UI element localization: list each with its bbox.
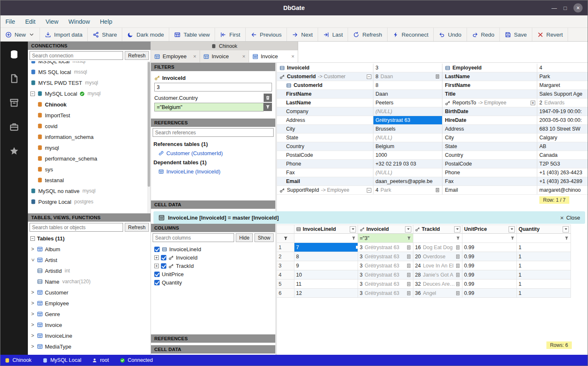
filter-menu-button[interactable] bbox=[264, 103, 272, 111]
field-name-cell[interactable]: FirstName bbox=[442, 81, 537, 89]
grid-cell[interactable]: 8 bbox=[294, 252, 358, 261]
expand-box-icon[interactable]: + bbox=[154, 264, 159, 268]
field-name-cell[interactable]: FirstName bbox=[277, 90, 373, 98]
field-name-cell[interactable]: PostalCode bbox=[442, 160, 537, 168]
open-record-icon[interactable] bbox=[455, 254, 460, 259]
field-value-cell[interactable]: (NULL) bbox=[373, 134, 442, 142]
field-value-cell[interactable]: 1000 bbox=[373, 151, 442, 159]
collapse-toggle[interactable]: − bbox=[367, 188, 371, 193]
show-columns-button[interactable]: Show bbox=[254, 233, 274, 242]
remove-filter-button[interactable] bbox=[264, 94, 272, 102]
grid-column-header[interactable]: TrackId bbox=[413, 225, 462, 234]
hide-columns-button[interactable]: Hide bbox=[236, 233, 253, 242]
field-name-cell[interactable]: LastName bbox=[277, 99, 373, 107]
grid-cell[interactable]: 12 bbox=[294, 289, 358, 298]
row-number-cell[interactable]: 3 bbox=[277, 261, 294, 270]
toolbar-button[interactable]: Import data bbox=[40, 28, 88, 41]
expand-chevron-icon[interactable]: > bbox=[30, 322, 35, 328]
grid-cell[interactable]: 24 Love In An El bbox=[413, 261, 462, 270]
column-checkbox[interactable] bbox=[161, 263, 166, 269]
field-name-cell[interactable]: City bbox=[277, 125, 373, 133]
field-value-cell[interactable]: Grétrystraat 63 bbox=[373, 116, 442, 124]
row-number-cell[interactable]: 1 bbox=[277, 243, 294, 252]
grid-filter-cell[interactable]: ="3" bbox=[358, 234, 413, 243]
grid-column-header[interactable]: InvoiceId bbox=[358, 225, 413, 234]
field-name-cell[interactable]: ReportsTo -> Employee + bbox=[442, 99, 537, 107]
field-value-cell[interactable]: T2P 5G3 bbox=[537, 160, 588, 168]
field-value-cell[interactable]: 3 bbox=[373, 64, 442, 72]
statusbar-item[interactable]: Connected bbox=[120, 357, 153, 363]
tree-item[interactable]: > − covid bbox=[28, 121, 151, 131]
tab-close-button[interactable]: × bbox=[291, 53, 294, 59]
tree-item[interactable]: > − Employee bbox=[28, 298, 151, 309]
tree-item[interactable]: > − information_schema bbox=[28, 131, 151, 142]
reference-link[interactable]: InvoiceLine (InvoiceId) bbox=[153, 167, 273, 176]
field-value-cell[interactable]: 4 Park bbox=[373, 186, 442, 194]
field-value-cell[interactable]: +1 (403) 263-4423 bbox=[537, 168, 588, 177]
toolbar-button[interactable]: Table view bbox=[169, 28, 215, 41]
grid-cell[interactable]: 20 Overdose bbox=[413, 252, 462, 261]
close-button[interactable]: × bbox=[573, 3, 583, 12]
toolbar-button[interactable]: Refresh bbox=[348, 28, 387, 41]
field-value-cell[interactable]: daan_peeters@apple.be bbox=[373, 177, 442, 185]
grid-column-dropdown[interactable] bbox=[454, 226, 460, 232]
search-references-input[interactable] bbox=[153, 128, 274, 137]
grid-cell[interactable]: 1 bbox=[517, 243, 571, 252]
open-record-icon[interactable] bbox=[435, 188, 440, 193]
grid-filter-cell[interactable] bbox=[413, 234, 462, 243]
column-checkbox[interactable] bbox=[154, 272, 160, 277]
column-checkbox[interactable] bbox=[154, 247, 160, 252]
field-name-cell[interactable]: Fax bbox=[442, 177, 537, 185]
open-record-icon[interactable] bbox=[406, 282, 411, 287]
expand-chevron-icon[interactable]: > bbox=[30, 300, 35, 306]
field-value-cell[interactable]: AB bbox=[537, 142, 588, 151]
field-name-cell[interactable]: Fax bbox=[277, 168, 373, 177]
row-number-cell[interactable]: 2 bbox=[277, 252, 294, 261]
grid-filter-cell[interactable] bbox=[294, 234, 358, 243]
grid-cell[interactable]: 3 Grétrystraat 63 bbox=[358, 261, 413, 270]
field-name-cell[interactable]: Phone bbox=[277, 160, 373, 168]
grid-cell[interactable]: 0.99 bbox=[462, 279, 517, 289]
expand-chevron-icon[interactable]: > bbox=[30, 311, 35, 317]
field-name-cell[interactable]: BirthDate bbox=[442, 107, 537, 116]
field-name-cell[interactable]: City bbox=[442, 134, 537, 142]
field-value-cell[interactable]: 8 Daan bbox=[373, 72, 442, 81]
tree-item[interactable]: > − Invoice bbox=[28, 319, 151, 330]
expand-chevron-icon[interactable]: > bbox=[30, 344, 35, 349]
field-name-cell[interactable]: CustomerId bbox=[277, 81, 373, 89]
sidebar-icon-button[interactable] bbox=[8, 72, 20, 85]
expand-chevron-icon[interactable]: > bbox=[30, 246, 35, 252]
field-name-cell[interactable]: EmployeeId bbox=[442, 64, 537, 72]
tree-item[interactable]: > − InvoiceLine bbox=[28, 330, 151, 341]
statusbar-item[interactable]: Chinook bbox=[5, 357, 32, 363]
field-name-cell[interactable]: PostalCode bbox=[277, 151, 373, 159]
collapse-toggle[interactable]: − bbox=[367, 74, 371, 79]
field-value-cell[interactable]: Daan bbox=[373, 90, 442, 98]
toolbar-button[interactable]: New bbox=[0, 28, 40, 41]
field-value-cell[interactable]: +1 (403) 263-4289 bbox=[537, 177, 588, 185]
scrollbar[interactable] bbox=[147, 61, 151, 213]
field-name-cell[interactable]: Email bbox=[442, 186, 537, 194]
field-name-cell[interactable]: State bbox=[442, 142, 537, 151]
grid-filter-cell[interactable] bbox=[517, 234, 571, 243]
field-value-cell[interactable]: margaret@chinoo bbox=[537, 186, 588, 194]
field-name-cell[interactable]: Phone bbox=[442, 168, 537, 177]
grid-cell[interactable]: 1 bbox=[517, 270, 571, 279]
tab[interactable]: Employee × bbox=[151, 50, 200, 62]
tab-close-button[interactable]: × bbox=[242, 53, 245, 59]
statusbar-item[interactable]: MySQL Local bbox=[42, 357, 82, 363]
toolbar-button[interactable]: Dark mode bbox=[122, 28, 169, 41]
field-value-cell[interactable]: Canada bbox=[537, 151, 588, 159]
toolbar-button[interactable]: Reconnect bbox=[388, 28, 434, 41]
funnel-icon[interactable] bbox=[456, 236, 460, 240]
maximize-button[interactable]: □ bbox=[563, 5, 567, 11]
tree-item[interactable]: > − performance_schema bbox=[28, 153, 151, 164]
tree-item[interactable]: > − Artist bbox=[28, 255, 151, 265]
open-record-icon[interactable] bbox=[455, 272, 460, 277]
grid-cell[interactable]: 10 bbox=[294, 270, 358, 279]
column-toggle-row[interactable]: + InvoiceId bbox=[152, 253, 274, 262]
expand-chevron-icon[interactable]: > bbox=[30, 289, 35, 295]
collapse-box-icon[interactable]: − bbox=[30, 236, 35, 241]
grid-cell[interactable]: 0.99 bbox=[462, 252, 517, 261]
collapse-toggle[interactable]: + bbox=[531, 101, 535, 105]
